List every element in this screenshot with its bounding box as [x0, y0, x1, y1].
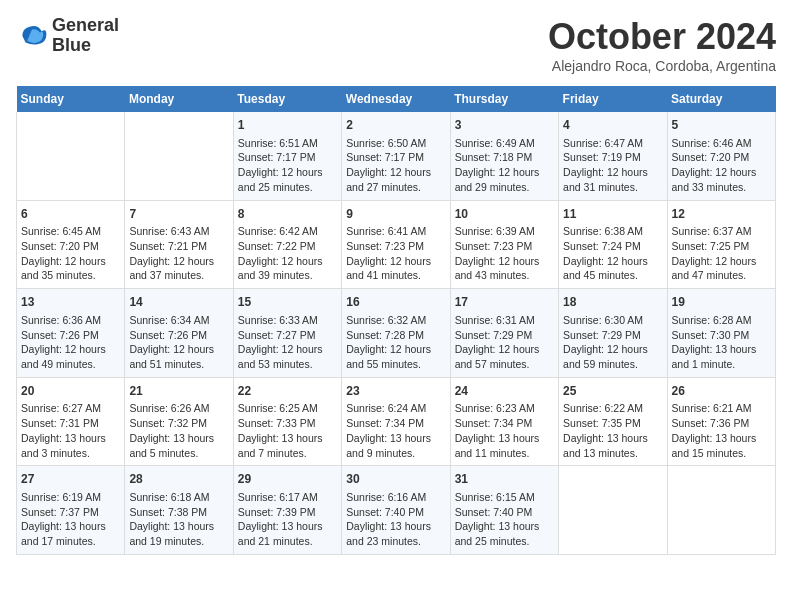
- calendar-table: Sunday Monday Tuesday Wednesday Thursday…: [16, 86, 776, 555]
- day-content: Sunrise: 6:16 AM Sunset: 7:40 PM Dayligh…: [346, 490, 445, 549]
- day-content: Sunrise: 6:43 AM Sunset: 7:21 PM Dayligh…: [129, 224, 228, 283]
- calendar-cell: 2Sunrise: 6:50 AM Sunset: 7:17 PM Daylig…: [342, 112, 450, 200]
- day-content: Sunrise: 6:17 AM Sunset: 7:39 PM Dayligh…: [238, 490, 337, 549]
- logo: General Blue: [16, 16, 119, 56]
- day-content: Sunrise: 6:46 AM Sunset: 7:20 PM Dayligh…: [672, 136, 771, 195]
- calendar-cell: 28Sunrise: 6:18 AM Sunset: 7:38 PM Dayli…: [125, 466, 233, 555]
- day-number: 7: [129, 206, 228, 223]
- col-monday: Monday: [125, 86, 233, 112]
- calendar-cell: 25Sunrise: 6:22 AM Sunset: 7:35 PM Dayli…: [559, 377, 667, 466]
- calendar-cell: 22Sunrise: 6:25 AM Sunset: 7:33 PM Dayli…: [233, 377, 341, 466]
- calendar-cell: 9Sunrise: 6:41 AM Sunset: 7:23 PM Daylig…: [342, 200, 450, 289]
- day-number: 13: [21, 294, 120, 311]
- day-content: Sunrise: 6:42 AM Sunset: 7:22 PM Dayligh…: [238, 224, 337, 283]
- calendar-header: Sunday Monday Tuesday Wednesday Thursday…: [17, 86, 776, 112]
- day-content: Sunrise: 6:36 AM Sunset: 7:26 PM Dayligh…: [21, 313, 120, 372]
- calendar-cell: 30Sunrise: 6:16 AM Sunset: 7:40 PM Dayli…: [342, 466, 450, 555]
- day-number: 14: [129, 294, 228, 311]
- calendar-cell: 21Sunrise: 6:26 AM Sunset: 7:32 PM Dayli…: [125, 377, 233, 466]
- calendar-cell: 12Sunrise: 6:37 AM Sunset: 7:25 PM Dayli…: [667, 200, 775, 289]
- day-number: 4: [563, 117, 662, 134]
- col-friday: Friday: [559, 86, 667, 112]
- day-number: 5: [672, 117, 771, 134]
- day-number: 25: [563, 383, 662, 400]
- calendar-cell: [125, 112, 233, 200]
- logo-text: General Blue: [52, 16, 119, 56]
- day-content: Sunrise: 6:37 AM Sunset: 7:25 PM Dayligh…: [672, 224, 771, 283]
- day-content: Sunrise: 6:19 AM Sunset: 7:37 PM Dayligh…: [21, 490, 120, 549]
- day-content: Sunrise: 6:41 AM Sunset: 7:23 PM Dayligh…: [346, 224, 445, 283]
- calendar-cell: 5Sunrise: 6:46 AM Sunset: 7:20 PM Daylig…: [667, 112, 775, 200]
- day-number: 21: [129, 383, 228, 400]
- calendar-cell: [667, 466, 775, 555]
- week-row-3: 13Sunrise: 6:36 AM Sunset: 7:26 PM Dayli…: [17, 289, 776, 378]
- col-saturday: Saturday: [667, 86, 775, 112]
- calendar-cell: 18Sunrise: 6:30 AM Sunset: 7:29 PM Dayli…: [559, 289, 667, 378]
- day-number: 9: [346, 206, 445, 223]
- page-header: General Blue October 2024 Alejandro Roca…: [16, 16, 776, 74]
- day-content: Sunrise: 6:47 AM Sunset: 7:19 PM Dayligh…: [563, 136, 662, 195]
- day-number: 29: [238, 471, 337, 488]
- day-content: Sunrise: 6:38 AM Sunset: 7:24 PM Dayligh…: [563, 224, 662, 283]
- calendar-cell: 20Sunrise: 6:27 AM Sunset: 7:31 PM Dayli…: [17, 377, 125, 466]
- day-number: 18: [563, 294, 662, 311]
- col-tuesday: Tuesday: [233, 86, 341, 112]
- calendar-cell: 16Sunrise: 6:32 AM Sunset: 7:28 PM Dayli…: [342, 289, 450, 378]
- day-content: Sunrise: 6:21 AM Sunset: 7:36 PM Dayligh…: [672, 401, 771, 460]
- title-block: October 2024 Alejandro Roca, Cordoba, Ar…: [548, 16, 776, 74]
- day-number: 2: [346, 117, 445, 134]
- week-row-2: 6Sunrise: 6:45 AM Sunset: 7:20 PM Daylig…: [17, 200, 776, 289]
- day-number: 1: [238, 117, 337, 134]
- day-number: 26: [672, 383, 771, 400]
- day-number: 30: [346, 471, 445, 488]
- week-row-5: 27Sunrise: 6:19 AM Sunset: 7:37 PM Dayli…: [17, 466, 776, 555]
- day-number: 19: [672, 294, 771, 311]
- day-number: 24: [455, 383, 554, 400]
- col-sunday: Sunday: [17, 86, 125, 112]
- day-number: 8: [238, 206, 337, 223]
- calendar-cell: 29Sunrise: 6:17 AM Sunset: 7:39 PM Dayli…: [233, 466, 341, 555]
- day-number: 15: [238, 294, 337, 311]
- day-number: 17: [455, 294, 554, 311]
- calendar-cell: [17, 112, 125, 200]
- day-number: 23: [346, 383, 445, 400]
- day-content: Sunrise: 6:18 AM Sunset: 7:38 PM Dayligh…: [129, 490, 228, 549]
- calendar-cell: 10Sunrise: 6:39 AM Sunset: 7:23 PM Dayli…: [450, 200, 558, 289]
- col-thursday: Thursday: [450, 86, 558, 112]
- calendar-cell: 1Sunrise: 6:51 AM Sunset: 7:17 PM Daylig…: [233, 112, 341, 200]
- logo-icon: [16, 20, 48, 52]
- day-content: Sunrise: 6:28 AM Sunset: 7:30 PM Dayligh…: [672, 313, 771, 372]
- week-row-1: 1Sunrise: 6:51 AM Sunset: 7:17 PM Daylig…: [17, 112, 776, 200]
- calendar-cell: 15Sunrise: 6:33 AM Sunset: 7:27 PM Dayli…: [233, 289, 341, 378]
- calendar-cell: 4Sunrise: 6:47 AM Sunset: 7:19 PM Daylig…: [559, 112, 667, 200]
- day-number: 3: [455, 117, 554, 134]
- calendar-cell: 26Sunrise: 6:21 AM Sunset: 7:36 PM Dayli…: [667, 377, 775, 466]
- day-content: Sunrise: 6:51 AM Sunset: 7:17 PM Dayligh…: [238, 136, 337, 195]
- day-content: Sunrise: 6:31 AM Sunset: 7:29 PM Dayligh…: [455, 313, 554, 372]
- day-number: 10: [455, 206, 554, 223]
- day-number: 27: [21, 471, 120, 488]
- day-content: Sunrise: 6:49 AM Sunset: 7:18 PM Dayligh…: [455, 136, 554, 195]
- day-number: 22: [238, 383, 337, 400]
- day-number: 16: [346, 294, 445, 311]
- day-content: Sunrise: 6:39 AM Sunset: 7:23 PM Dayligh…: [455, 224, 554, 283]
- day-content: Sunrise: 6:25 AM Sunset: 7:33 PM Dayligh…: [238, 401, 337, 460]
- day-content: Sunrise: 6:26 AM Sunset: 7:32 PM Dayligh…: [129, 401, 228, 460]
- calendar-body: 1Sunrise: 6:51 AM Sunset: 7:17 PM Daylig…: [17, 112, 776, 554]
- day-content: Sunrise: 6:30 AM Sunset: 7:29 PM Dayligh…: [563, 313, 662, 372]
- day-content: Sunrise: 6:34 AM Sunset: 7:26 PM Dayligh…: [129, 313, 228, 372]
- location: Alejandro Roca, Cordoba, Argentina: [548, 58, 776, 74]
- calendar-cell: 27Sunrise: 6:19 AM Sunset: 7:37 PM Dayli…: [17, 466, 125, 555]
- calendar-cell: 8Sunrise: 6:42 AM Sunset: 7:22 PM Daylig…: [233, 200, 341, 289]
- day-content: Sunrise: 6:32 AM Sunset: 7:28 PM Dayligh…: [346, 313, 445, 372]
- day-content: Sunrise: 6:33 AM Sunset: 7:27 PM Dayligh…: [238, 313, 337, 372]
- calendar-cell: 24Sunrise: 6:23 AM Sunset: 7:34 PM Dayli…: [450, 377, 558, 466]
- day-number: 12: [672, 206, 771, 223]
- day-content: Sunrise: 6:50 AM Sunset: 7:17 PM Dayligh…: [346, 136, 445, 195]
- calendar-cell: 3Sunrise: 6:49 AM Sunset: 7:18 PM Daylig…: [450, 112, 558, 200]
- day-number: 20: [21, 383, 120, 400]
- month-title: October 2024: [548, 16, 776, 58]
- day-number: 28: [129, 471, 228, 488]
- day-content: Sunrise: 6:45 AM Sunset: 7:20 PM Dayligh…: [21, 224, 120, 283]
- week-row-4: 20Sunrise: 6:27 AM Sunset: 7:31 PM Dayli…: [17, 377, 776, 466]
